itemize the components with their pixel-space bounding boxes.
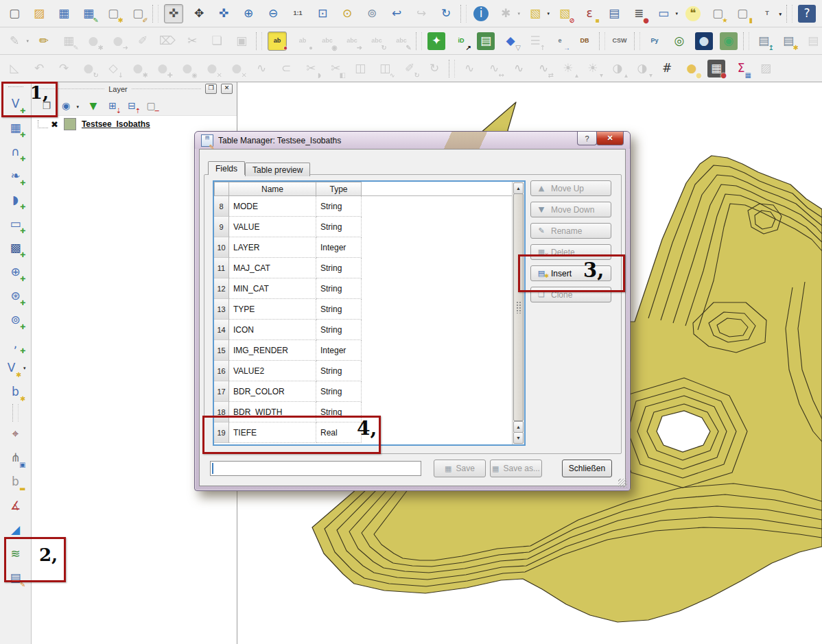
field-type-cell[interactable]: String — [316, 381, 362, 402]
measure-icon[interactable]: ▭▾ — [655, 5, 672, 23]
add-wcs-layer-icon[interactable]: ⊛✚ — [7, 287, 25, 305]
google-earth-icon[interactable]: ● — [695, 32, 713, 50]
field-type-cell[interactable]: String — [316, 278, 362, 299]
new-print-composer-icon[interactable]: ▢✱ — [104, 5, 122, 23]
current-edits-icon-dropdown[interactable]: ▾ — [26, 39, 29, 44]
select-features-icon-dropdown[interactable]: ▾ — [547, 12, 550, 16]
new-bookmark-icon[interactable]: ▢★ — [709, 5, 727, 23]
table-row-MIN_CAT[interactable]: 12MIN_CATString — [214, 278, 524, 299]
panel-close-icon[interactable]: ✕ — [221, 84, 233, 94]
grid-icon[interactable]: # — [658, 60, 676, 77]
zoom-out-icon[interactable]: ⊖ — [264, 5, 282, 23]
dxf2shape-icon[interactable]: ◢ — [7, 521, 25, 539]
scroll-up-icon-bottom[interactable]: ▲ — [513, 421, 524, 433]
layer-swatch[interactable] — [64, 118, 76, 130]
layer-name[interactable]: Testsee_Isobaths — [82, 119, 150, 129]
heatmap-icon[interactable]: ●● — [683, 60, 701, 77]
layer-tree-item[interactable]: ✖ Testsee_Isobaths — [31, 116, 237, 132]
collapse-all-icon[interactable]: ⊟⇡ — [124, 98, 139, 113]
openlayers-search-icon[interactable]: ◉ — [720, 32, 738, 50]
panel-float-icon[interactable]: ❒ — [205, 84, 217, 94]
manage-visibility-icon[interactable]: ◉▾ — [58, 98, 73, 113]
column-header-Name[interactable]: Name — [229, 182, 316, 196]
topology-node-icon[interactable]: ⋔▣ — [7, 449, 25, 467]
close-dialog-button[interactable]: Schließen — [562, 460, 612, 477]
field-name-cell[interactable]: BDR_COLOR — [229, 381, 316, 402]
las-import-icon[interactable]: ▤↥ — [755, 32, 773, 50]
dialog-help-button[interactable]: ? — [577, 132, 597, 145]
zoom-last-icon[interactable]: ↩ — [388, 5, 406, 23]
field-type-cell[interactable]: String — [316, 196, 362, 217]
help-icon[interactable]: ? — [798, 5, 816, 23]
field-calculator-icon[interactable]: ≣● — [630, 5, 648, 23]
deselect-features-icon[interactable]: ▧⊘ — [556, 5, 574, 23]
table-row-MODE[interactable]: 8MODEString — [214, 196, 524, 217]
composer-manager-icon[interactable]: ▢✐ — [129, 5, 147, 23]
contour-plugin-icon[interactable]: ◎ — [670, 32, 688, 50]
field-type-cell[interactable]: String — [316, 320, 362, 340]
field-type-cell[interactable]: Integer — [316, 340, 362, 361]
field-type-cell[interactable]: Integer — [316, 237, 362, 258]
new-shapefile-layer-icon-dropdown[interactable]: ▾ — [23, 366, 26, 371]
select-features-icon[interactable]: ▧▾ — [526, 5, 544, 23]
open-project-icon[interactable]: ▨ — [30, 5, 48, 23]
toggle-editing-icon[interactable]: ✏ — [35, 32, 53, 50]
field-name-cell[interactable]: MAJ_CAT — [229, 258, 316, 278]
add-wfs-layer-icon[interactable]: ⊚✚ — [7, 311, 25, 329]
row-number[interactable]: 10 — [214, 237, 229, 258]
label-pin-icon[interactable]: ab● — [268, 32, 287, 51]
tab-fields[interactable]: Fields — [208, 161, 245, 175]
interpolation-icon[interactable]: ◆▽ — [502, 32, 519, 50]
scroll-down-icon[interactable]: ▼ — [513, 432, 524, 444]
osm-id-editor-icon[interactable]: iD↗ — [452, 32, 470, 50]
field-name-cell[interactable]: MODE — [229, 196, 316, 217]
add-spatialite-layer-icon[interactable]: ❧✚ — [7, 167, 25, 185]
field-name-cell[interactable]: TYPE — [229, 299, 316, 320]
azimuth-measure-icon[interactable]: ∡ — [7, 497, 25, 515]
add-mssql-layer-icon[interactable]: ◗✚ — [7, 191, 25, 209]
serval-raster-icon[interactable]: ▤ — [477, 32, 495, 50]
field-type-cell[interactable]: String — [316, 258, 362, 278]
gps-tools-icon[interactable]: ⌖ — [7, 425, 25, 443]
row-number[interactable]: 11 — [214, 258, 229, 278]
dialog-titlebar[interactable]: ▤✎ Table Manager: Testsee_Isobaths — [195, 132, 630, 149]
field-name-cell[interactable]: ICON — [229, 320, 316, 340]
layer-checkbox[interactable]: ✖ — [51, 119, 58, 130]
remove-layer-icon[interactable]: ▢− — [143, 98, 158, 113]
table-row-VALUE[interactable]: 9VALUEString — [214, 217, 524, 237]
field-type-cell[interactable]: String — [316, 217, 362, 237]
table-row-LAYER[interactable]: 10LAYERInteger — [214, 237, 524, 258]
field-name-cell[interactable]: MIN_CAT — [229, 278, 316, 299]
text-annotation-icon-dropdown[interactable]: ▾ — [779, 12, 782, 16]
touch-zoom-pan-icon[interactable]: ✜ — [164, 4, 183, 23]
refresh-map-icon[interactable]: ↻ — [437, 5, 455, 23]
row-number[interactable]: 13 — [214, 299, 229, 320]
add-postgis-layer-icon[interactable]: ∩✚ — [7, 143, 25, 161]
table-row-VALUE2[interactable]: 16VALUE2String — [214, 361, 524, 381]
column-header-row-number[interactable] — [214, 182, 229, 196]
field-type-cell[interactable]: String — [316, 299, 362, 320]
table-scrollbar[interactable]: ▲ ▲ ▼ — [512, 182, 524, 444]
zoom-to-layer-icon[interactable]: ⊚ — [363, 5, 381, 23]
select-by-expression-icon[interactable]: ε▪ — [580, 5, 598, 23]
row-number[interactable]: 16 — [214, 361, 229, 381]
add-oracle-layer-icon[interactable]: ▭✚ — [7, 215, 25, 233]
run-feature-action-icon-dropdown[interactable]: ▾ — [517, 12, 520, 16]
table-row-TYPE[interactable]: 13TYPEString — [214, 299, 524, 320]
table-row-MAJ_CAT[interactable]: 11MAJ_CATString — [214, 258, 524, 278]
map-tips-icon[interactable]: ❝ — [685, 6, 701, 21]
add-wms-layer-icon[interactable]: ⊕✚ — [7, 263, 25, 281]
field-name-cell[interactable]: IMG_RENDER — [229, 340, 316, 361]
new-shapefile-layer-icon[interactable]: V✱▾ — [3, 359, 21, 377]
row-number[interactable]: 17 — [214, 381, 229, 402]
las-process-icon[interactable]: ▤✱ — [779, 32, 797, 50]
text-annotation-icon[interactable]: T▾ — [758, 5, 776, 23]
zoom-to-selection-icon[interactable]: ⊙ — [338, 5, 356, 23]
pan-to-selection-icon[interactable]: ✜ — [215, 5, 233, 23]
row-number[interactable]: 12 — [214, 278, 229, 299]
db-manager-icon[interactable]: DB — [576, 32, 594, 50]
pan-map-icon[interactable]: ✥ — [190, 5, 208, 23]
column-header-Type[interactable]: Type — [316, 182, 362, 196]
new-project-icon[interactable]: ▢ — [5, 5, 23, 23]
open-attribute-table-icon[interactable]: ▤ — [605, 5, 623, 23]
